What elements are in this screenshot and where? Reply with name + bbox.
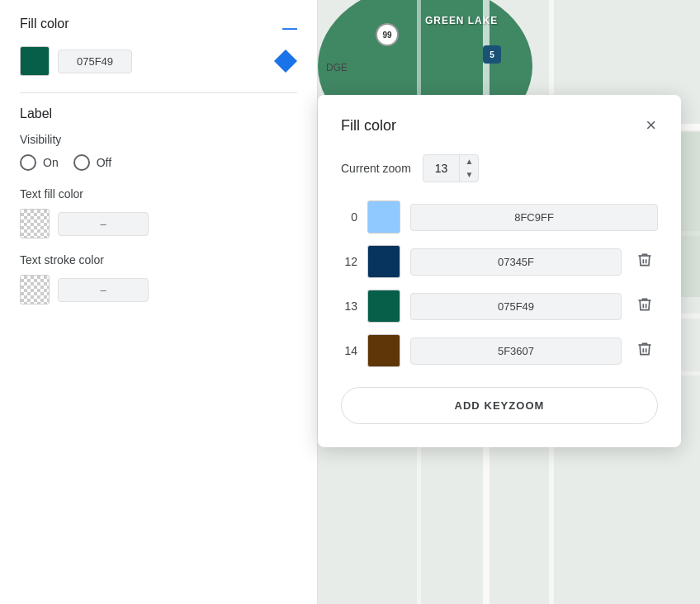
entry-hex-0[interactable]: 8FC9FF xyxy=(410,204,658,231)
popup-title: Fill color xyxy=(341,117,396,134)
minimize-button[interactable]: — xyxy=(282,21,297,35)
entry-hex-14[interactable]: 5F3607 xyxy=(410,337,622,365)
label-section: Label Visibility On Off Text fill color … xyxy=(20,106,297,304)
zoom-down-button[interactable]: ▼ xyxy=(460,168,478,182)
popup-header: Fill color × xyxy=(341,115,658,136)
entry-zoom-14: 14 xyxy=(341,344,357,357)
entry-zoom-0: 0 xyxy=(341,210,357,224)
text-stroke-color-value[interactable]: – xyxy=(58,278,149,302)
green-lake-label: GREEN LAKE xyxy=(425,15,498,26)
fill-color-title: Fill color xyxy=(20,17,69,31)
radio-off-label: Off xyxy=(97,156,111,169)
zoom-value: 13 xyxy=(423,157,460,180)
visibility-label: Visibility xyxy=(20,133,297,146)
radio-on-circle xyxy=(20,154,36,171)
fill-color-section: Fill color — xyxy=(20,17,297,40)
fill-color-hex-input[interactable]: 075F49 xyxy=(58,50,132,73)
fill-color-popup: Fill color × Current zoom 13 ▲ ▼ 0 8FC9F… xyxy=(318,95,681,447)
radio-on-label: On xyxy=(43,156,59,169)
color-entry-14: 14 5F3607 xyxy=(341,334,658,367)
zoom-row: Current zoom 13 ▲ ▼ xyxy=(341,154,658,182)
trash-icon-13 xyxy=(636,296,653,313)
radio-on[interactable]: On xyxy=(20,154,59,171)
entry-swatch-13[interactable] xyxy=(367,290,400,323)
delete-button-13[interactable] xyxy=(631,293,658,320)
left-panel: Fill color — 075F49 Label Visibility On … xyxy=(0,0,318,604)
color-entry-0: 0 8FC9FF xyxy=(341,201,658,234)
color-entry-12: 12 07345F xyxy=(341,245,658,278)
entry-swatch-12[interactable] xyxy=(367,245,400,278)
label-title: Label xyxy=(20,106,297,121)
radio-group-visibility: On Off xyxy=(20,154,297,171)
add-keyzoom-button[interactable]: ADD KEYZOOM xyxy=(341,387,658,424)
text-fill-color-label: Text fill color xyxy=(20,187,297,201)
text-stroke-color-label: Text stroke color xyxy=(20,253,297,267)
delete-button-14[interactable] xyxy=(631,337,658,365)
trash-icon-12 xyxy=(636,252,653,268)
text-stroke-color-swatch[interactable] xyxy=(20,275,50,304)
divider-1 xyxy=(20,92,297,93)
zoom-label: Current zoom xyxy=(341,162,411,175)
radio-off-circle xyxy=(73,154,90,171)
radio-off[interactable]: Off xyxy=(73,154,111,171)
color-entry-13: 13 075F49 xyxy=(341,290,658,323)
fill-color-input-row: 075F49 xyxy=(20,46,297,76)
fill-color-swatch[interactable] xyxy=(20,46,50,76)
zoom-arrows: ▲ ▼ xyxy=(459,155,478,182)
diamond-button[interactable] xyxy=(274,50,297,73)
dge-label: DGE xyxy=(326,62,348,73)
entry-zoom-13: 13 xyxy=(341,300,357,313)
entry-swatch-0[interactable] xyxy=(367,201,400,234)
interstate-5-badge: 5 xyxy=(483,45,501,64)
text-stroke-color-row: – xyxy=(20,275,297,304)
text-fill-color-value[interactable]: – xyxy=(58,212,149,236)
zoom-up-button[interactable]: ▲ xyxy=(460,155,478,168)
trash-icon-14 xyxy=(636,341,653,357)
entry-hex-13[interactable]: 075F49 xyxy=(410,293,622,320)
delete-button-12[interactable] xyxy=(631,248,658,276)
zoom-spinner[interactable]: 13 ▲ ▼ xyxy=(423,154,479,182)
text-fill-color-row: – xyxy=(20,209,297,238)
close-button[interactable]: × xyxy=(644,115,658,136)
entry-swatch-14[interactable] xyxy=(367,334,400,367)
entry-zoom-12: 12 xyxy=(341,255,357,268)
road-99-badge: 99 xyxy=(376,23,399,46)
entry-hex-12[interactable]: 07345F xyxy=(410,248,622,276)
text-fill-color-swatch[interactable] xyxy=(20,209,50,238)
